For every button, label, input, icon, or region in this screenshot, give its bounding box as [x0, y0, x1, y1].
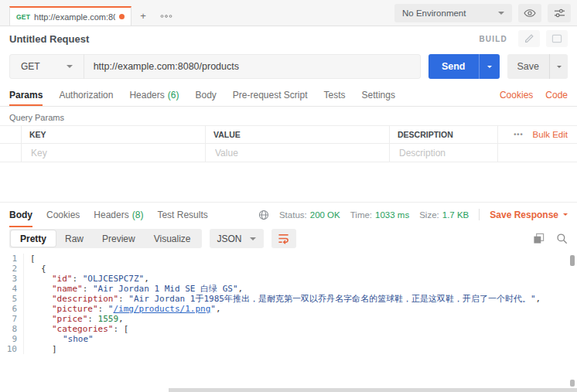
save-response-button[interactable]: Save Response: [490, 210, 568, 220]
environment-selector[interactable]: No Environment: [394, 4, 512, 22]
edit-request-button[interactable]: [518, 30, 540, 47]
code-line-5: 5 "description": "Air Jordan 1于1985年推出，是…: [0, 294, 577, 304]
bulk-edit-link[interactable]: Bulk Edit: [533, 130, 568, 139]
cookies-link[interactable]: Cookies: [500, 90, 533, 101]
format-selector[interactable]: JSON: [210, 229, 264, 248]
comments-button[interactable]: [546, 30, 568, 47]
unsaved-dot-icon: [119, 14, 125, 19]
view-pretty[interactable]: Pretty: [11, 230, 56, 247]
response-view-bar: Pretty Raw Preview Visualize JSON: [0, 227, 577, 251]
status-pair: Status:200 OK: [279, 210, 340, 220]
environment-quick-look-button[interactable]: [518, 4, 541, 22]
view-visualize[interactable]: Visualize: [145, 230, 200, 247]
globe-icon[interactable]: [258, 210, 269, 220]
tab-tests[interactable]: Tests: [324, 84, 346, 106]
save-button[interactable]: Save: [507, 54, 550, 79]
horizontal-scrollbar[interactable]: [169, 388, 577, 392]
line-number: 10: [0, 344, 23, 354]
tab-title: http://example.com:8080/prod...: [34, 12, 115, 22]
tab-authorization[interactable]: Authorization: [59, 84, 113, 106]
line-number: 6: [0, 304, 23, 314]
chevron-down-icon: [563, 213, 568, 216]
comment-panel-icon: [551, 34, 562, 43]
top-tab-bar: GET http://example.com:8080/prod... + No…: [0, 0, 577, 26]
search-response-button[interactable]: [556, 233, 568, 244]
view-preview[interactable]: Preview: [93, 230, 145, 247]
size-value: 1.7 KB: [442, 210, 469, 220]
response-body-editor[interactable]: 1 [ 2 { 3 "id": "OLJCESPC7Z", 4 "name": …: [0, 251, 577, 392]
tab-pre-request-script[interactable]: Pre-request Script: [233, 84, 308, 106]
code-line-8: 8 "categories": [: [0, 324, 577, 334]
response-headers-count-badge: (8): [132, 210, 144, 220]
format-label: JSON: [217, 233, 242, 244]
vertical-scrollbar-thumb[interactable]: [570, 255, 575, 266]
tab-body[interactable]: Body: [195, 84, 216, 106]
line-number: 1: [0, 254, 23, 264]
copy-icon: [534, 237, 541, 244]
line-number: 9: [0, 334, 23, 344]
response-tab-cookies[interactable]: Cookies: [46, 203, 80, 227]
code-line-2: 2 {: [0, 264, 577, 274]
save-options-button[interactable]: [549, 54, 568, 79]
line-number: 8: [0, 324, 23, 334]
wrap-lines-button[interactable]: [271, 229, 296, 248]
send-button[interactable]: Send: [428, 54, 479, 79]
new-tab-button[interactable]: +: [131, 6, 155, 26]
eye-icon: [524, 9, 536, 18]
tab-method-label: GET: [16, 13, 30, 21]
line-number: 2: [0, 264, 23, 274]
send-options-button[interactable]: [479, 54, 500, 79]
environment-settings-button[interactable]: [548, 4, 571, 22]
pencil-icon: [524, 33, 534, 44]
row-checkbox-cell: [0, 144, 22, 162]
line-number: 5: [0, 294, 23, 304]
response-tab-headers[interactable]: Headers(8): [94, 203, 143, 227]
empty-space: [0, 163, 577, 202]
response-tab-body[interactable]: Body: [9, 203, 32, 227]
size-pair: Size:1.7 KB: [419, 210, 469, 220]
chevron-down-icon: [67, 65, 73, 68]
value-column-header: VALUE: [206, 126, 390, 143]
search-icon: [564, 240, 567, 244]
description-column-header: DESCRIPTION: [390, 126, 498, 143]
wrap-text-icon: [278, 233, 289, 244]
build-mode-label: BUILD: [479, 35, 507, 43]
response-tab-test-results[interactable]: Test Results: [157, 203, 207, 227]
method-selector[interactable]: GET: [10, 55, 84, 78]
code-link[interactable]: Code: [545, 90, 568, 101]
code-line-10: 10 ]: [0, 344, 577, 354]
time-label: Time:: [350, 210, 372, 220]
sliders-icon: [554, 8, 565, 19]
tab-settings[interactable]: Settings: [362, 84, 395, 106]
send-button-group: Send: [428, 54, 500, 79]
copy-response-button[interactable]: [533, 233, 545, 244]
time-value: 1033 ms: [375, 210, 409, 220]
param-key-input[interactable]: [29, 147, 197, 159]
status-label: Status:: [279, 210, 307, 220]
divider: [479, 209, 480, 220]
status-value: 200 OK: [310, 210, 340, 220]
tab-params[interactable]: Params: [9, 84, 43, 106]
ellipsis-icon: [160, 15, 172, 18]
code-line-1: 1 [: [0, 254, 577, 264]
url-input[interactable]: [84, 61, 420, 72]
params-more-button[interactable]: •••: [514, 131, 523, 138]
save-button-group: Save: [507, 54, 568, 79]
url-builder-row: GET Send Save: [0, 49, 577, 84]
code-line-4: 4 "name": "Air Jordan 1 Mid SE 白绿 GS",: [0, 284, 577, 294]
view-raw[interactable]: Raw: [56, 230, 93, 247]
scrollbar-corner-thumb[interactable]: [570, 380, 575, 387]
chevron-down-icon: [250, 237, 256, 240]
method-label: GET: [21, 61, 40, 72]
search-icon: [558, 234, 565, 241]
param-value-input[interactable]: [213, 147, 381, 159]
checkbox-column-header: [0, 126, 22, 143]
response-tabs: Body Cookies Headers(8) Test Results Sta…: [0, 202, 577, 227]
line-number: 7: [0, 314, 23, 324]
tab-options-button[interactable]: [155, 6, 178, 26]
param-description-input[interactable]: [398, 147, 490, 159]
request-tab[interactable]: GET http://example.com:8080/prod...: [9, 6, 131, 26]
json-link[interactable]: /img/products/1.png: [113, 304, 210, 314]
code-line-9: 9 "shoe": [0, 334, 577, 344]
tab-headers[interactable]: Headers(6): [129, 84, 179, 106]
